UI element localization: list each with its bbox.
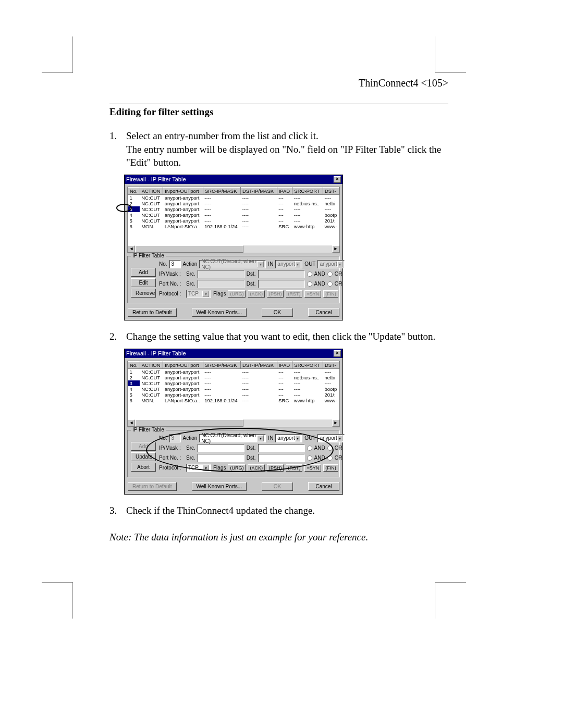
table-row[interactable]: 4NC:CUTanyport-anyport---------------boo…	[128, 386, 339, 392]
col-ipad[interactable]: IPAD	[277, 187, 292, 194]
remove-button[interactable]: Remove	[131, 289, 156, 298]
scroll-right-icon[interactable]: ►	[332, 245, 339, 253]
table-row-selected[interactable]: 3NC:CUTanyport-anyport------------------…	[128, 206, 339, 212]
dst-ip-field[interactable]	[258, 444, 305, 452]
col-dst[interactable]: DST-	[323, 187, 339, 194]
no-field[interactable]: 3	[169, 260, 181, 268]
flag-urg-button[interactable]: (URG)	[228, 290, 246, 298]
or-radio[interactable]	[327, 281, 333, 287]
chevron-down-icon[interactable]: ▾	[257, 435, 264, 441]
action-dropdown[interactable]: NC:CUT(Discard, when NC)▾	[199, 260, 266, 268]
or-radio[interactable]	[327, 272, 333, 277]
table-row[interactable]: 5NC:CUTanyport-anyport---------------201…	[128, 218, 339, 224]
col-dstip[interactable]: DST-IP/MASK	[240, 187, 277, 194]
table-row[interactable]: 2NC:CUTanyport-anyport-----------netbios…	[128, 201, 339, 206]
table-row[interactable]: 2NC:CUTanyport-anyport-----------netbios…	[128, 375, 339, 380]
well-known-ports-button[interactable]: Well-Known Ports...	[192, 482, 247, 491]
and-radio[interactable]	[307, 272, 312, 277]
in-dropdown[interactable]: anyport▾	[275, 434, 302, 442]
horizontal-scrollbar[interactable]: ◄ ►	[128, 245, 339, 253]
flag-ack-button[interactable]: (ACK)	[248, 464, 265, 472]
and-radio[interactable]	[307, 455, 312, 461]
well-known-ports-button[interactable]: Well-Known Ports...	[192, 308, 247, 317]
out-dropdown[interactable]: anyport▾	[317, 260, 345, 268]
abort-button[interactable]: Abort	[131, 463, 156, 472]
add-button[interactable]: Add	[131, 268, 156, 277]
col-action[interactable]: ACTION	[140, 361, 163, 368]
scroll-right-icon[interactable]: ►	[332, 419, 339, 427]
filter-table[interactable]: No. ACTION INport-OUTport SRC-IP/MASK DS…	[127, 361, 340, 427]
no-field[interactable]: 3	[169, 434, 181, 442]
action-dropdown[interactable]: NC:CUT(Discard, when NC)▾	[199, 434, 266, 442]
src-ip-field[interactable]	[198, 444, 244, 452]
flag-urg-button[interactable]: (URG)	[228, 464, 246, 472]
scroll-left-icon[interactable]: ◄	[128, 419, 135, 427]
table-row[interactable]: 6MON.LANport-SIO:a..192.168.0.1/24----SR…	[128, 224, 339, 229]
flag-fin-button[interactable]: (FIN)	[323, 464, 338, 472]
ok-button[interactable]: OK	[262, 308, 293, 317]
out-dropdown[interactable]: anyport▾	[317, 434, 345, 442]
col-no[interactable]: No.	[128, 187, 140, 194]
horizontal-scrollbar[interactable]: ◄ ►	[128, 419, 339, 427]
add-button[interactable]: Add	[131, 442, 156, 451]
col-inout[interactable]: INport-OUTport	[163, 361, 203, 368]
flag-syn-button[interactable]: =SYN	[304, 464, 321, 472]
col-no[interactable]: No.	[128, 361, 140, 368]
col-ipad[interactable]: IPAD	[277, 361, 292, 368]
col-dst[interactable]: DST-	[323, 361, 339, 368]
src-port-field[interactable]	[198, 280, 244, 288]
ok-button[interactable]: OK	[262, 482, 293, 491]
table-row-selected[interactable]: 3NC:CUTanyport-anyport------------------…	[128, 380, 339, 386]
scroll-left-icon[interactable]: ◄	[128, 245, 135, 253]
cancel-button[interactable]: Cancel	[308, 482, 339, 491]
dst-ip-field[interactable]	[258, 270, 305, 278]
col-srcport[interactable]: SRC-PORT	[292, 187, 323, 194]
return-to-default-button[interactable]: Return to Default	[128, 482, 177, 491]
chevron-down-icon[interactable]: ▾	[337, 261, 343, 267]
flag-psh-button[interactable]: (PSH)	[267, 464, 284, 472]
scrollbar-thumb[interactable]	[135, 245, 243, 253]
flag-rst-button[interactable]: (RST)	[286, 464, 302, 472]
and-radio[interactable]	[307, 446, 312, 451]
flag-psh-button[interactable]: (PSH)	[267, 290, 284, 298]
col-action[interactable]: ACTION	[140, 187, 163, 194]
close-icon[interactable]: ×	[334, 176, 341, 183]
chevron-down-icon[interactable]: ▾	[202, 291, 209, 297]
src-port-field[interactable]	[198, 454, 244, 462]
return-to-default-button[interactable]: Return to Default	[128, 308, 177, 317]
table-row[interactable]: 4NC:CUTanyport-anyport---------------boo…	[128, 212, 339, 218]
flag-rst-button[interactable]: (RST)	[286, 290, 302, 298]
chevron-down-icon[interactable]: ▾	[337, 435, 343, 441]
protocol-dropdown[interactable]: TCP▾	[186, 464, 211, 472]
chevron-down-icon[interactable]: ▾	[257, 261, 264, 267]
table-row[interactable]: 6MON.LANport-SIO:a..192.168.0.1/24----SR…	[128, 398, 339, 403]
update-button[interactable]: Update	[131, 452, 156, 461]
and-radio[interactable]	[307, 281, 312, 287]
src-ip-field[interactable]	[198, 270, 244, 278]
chevron-down-icon[interactable]: ▾	[295, 261, 301, 267]
in-dropdown[interactable]: anyport▾	[275, 260, 302, 268]
dst-port-field[interactable]	[258, 454, 305, 462]
filter-table[interactable]: No. ACTION INport-OUTport SRC-IP/MASK DS…	[127, 187, 340, 253]
cancel-button[interactable]: Cancel	[308, 308, 339, 317]
flag-ack-button[interactable]: (ACK)	[248, 290, 265, 298]
table-row[interactable]: 5NC:CUTanyport-anyport---------------201…	[128, 392, 339, 398]
scrollbar-thumb[interactable]	[135, 419, 243, 427]
or-radio[interactable]	[327, 446, 333, 451]
chevron-down-icon[interactable]: ▾	[202, 465, 209, 471]
col-srcport[interactable]: SRC-PORT	[292, 361, 323, 368]
flag-fin-button[interactable]: (FIN)	[323, 290, 338, 298]
table-row[interactable]: 1NC:CUTanyport-anyport------------------…	[128, 194, 339, 201]
col-srcip[interactable]: SRC-IP/MASK	[203, 361, 240, 368]
col-inout[interactable]: INport-OUTport	[163, 187, 203, 194]
flag-syn-button[interactable]: =SYN	[304, 290, 321, 298]
edit-button[interactable]: Edit	[131, 278, 156, 287]
col-srcip[interactable]: SRC-IP/MASK	[203, 187, 240, 194]
or-radio[interactable]	[327, 455, 333, 461]
protocol-dropdown[interactable]: TCP▾	[186, 290, 211, 298]
close-icon[interactable]: ×	[334, 350, 341, 357]
table-row[interactable]: 1NC:CUTanyport-anyport------------------…	[128, 368, 339, 375]
col-dstip[interactable]: DST-IP/MASK	[240, 361, 277, 368]
dst-port-field[interactable]	[258, 280, 305, 288]
chevron-down-icon[interactable]: ▾	[295, 435, 301, 441]
